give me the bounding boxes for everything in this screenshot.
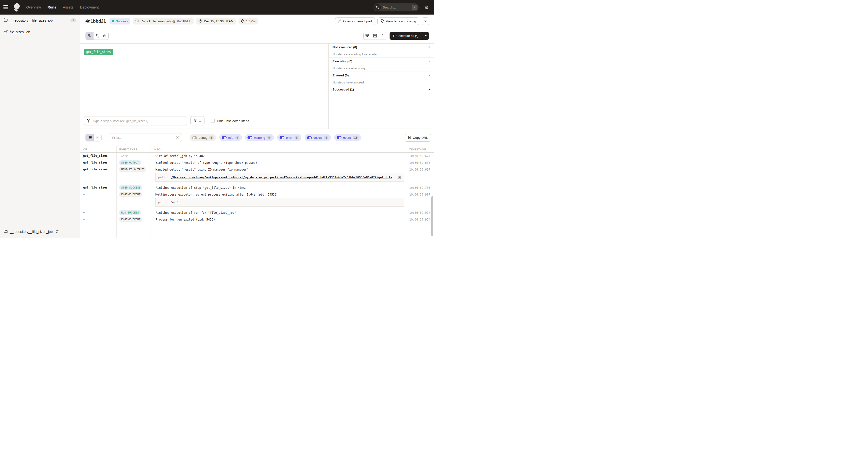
header-more-actions-button[interactable] [422,18,429,25]
nav-link-overview[interactable]: Overview [26,5,41,9]
view-tags-config-button[interactable]: View tags and config [377,18,419,25]
dagster-logo-icon [12,3,21,12]
run-count-badge: 1 [70,19,76,22]
search-icon [374,4,381,11]
log-row[interactable]: get_file_sizesSTEP_SUCCESSFinished execu… [80,184,434,191]
nav-link-runs[interactable]: Runs [48,5,56,9]
log-message: Finished execution of run for "file_size… [154,209,405,216]
log-table-body: get_file_sizesINFOSize of serial_job.py … [80,152,434,223]
log-column-header-op: OP [80,148,116,151]
copy-path-icon[interactable] [398,176,401,179]
toggle-on-icon [247,136,252,139]
step-status-empty-message: No steps are executing [329,65,434,72]
top-nav-links: OverviewRunsAssetsDeployment [26,5,99,9]
log-timestamp-cell: 10:36:59.907 [406,191,434,209]
log-level-toggle-error[interactable]: error0 [277,134,301,141]
open-in-launchpad-button[interactable]: Open in Launchpad [335,18,375,25]
log-info-cell: Process for run exited (pid: 5453). [151,216,406,223]
clipboard-icon [408,135,411,140]
sidebar-item-repository-file-sizes-job[interactable]: __repository__file_sizes_job1 [0,14,80,26]
step-status-empty-message: No steps are waiting to execute [329,51,434,58]
metadata-text: 5453 [171,201,178,204]
log-row[interactable]: get_file_sizesSTEP_OUTPUTYielded output … [80,159,434,166]
hamburger-menu-icon[interactable] [3,5,10,10]
log-structured-view-button[interactable] [93,134,101,141]
log-op-cell: - [80,216,116,223]
event-type-badge: INFO [119,154,128,158]
log-info-cell: Size of serial_job.py is 482 [151,152,406,159]
log-level-toggle-warning[interactable]: warning0 [245,134,274,141]
log-row[interactable]: get_file_sizesINFOSize of serial_job.py … [80,152,434,159]
log-info-cell: Multiprocess executor: parent process ex… [151,191,406,209]
gantt-timer-view-button[interactable] [101,32,108,39]
log-level-toggle-info[interactable]: info4 [219,134,242,141]
gantt-waterfall-view-button[interactable] [93,32,101,39]
log-list-view-button[interactable] [86,134,93,141]
gantt-flat-view-button[interactable] [86,32,93,39]
expand-panel-up-button[interactable] [379,32,386,39]
log-message: Process for run exited (pid: 5453). [154,216,405,223]
step-status-section-executing[interactable]: Executing (0) [329,58,434,65]
step-graph-icon [87,119,91,124]
step-status-section-not-executed[interactable]: Not executed (0) [329,44,434,51]
gear-icon[interactable]: ⚙ [425,5,429,10]
log-info-cell: Handled output "result" using IO manager… [151,166,406,184]
log-level-toggle-critical[interactable]: critical0 [305,134,331,141]
job-link[interactable]: file_sizes_job [152,20,170,23]
sidebar-job-list: __repository__file_sizes_job1file_sizes_… [0,14,80,38]
step-query-options-button[interactable] [190,116,205,126]
log-column-header-timestamp: TIMESTAMP [406,148,434,151]
log-timestamp-cell: 10:36:59.677 [406,152,434,159]
hide-unselected-label: Hide unselected steps [217,119,249,123]
commit-link[interactable]: 0a318dcb [177,20,191,23]
log-level-toggle-event[interactable]: event16 [334,134,361,141]
status-dot-icon [112,20,114,22]
log-row[interactable]: -ENGINE_EVENTMultiprocess executor: pare… [80,191,434,209]
log-level-count: 0 [324,136,329,139]
sidebar-repository-footer[interactable]: __repository__file_sizes_job [0,225,80,238]
global-search[interactable]: / [374,3,419,11]
log-level-toggle-debug[interactable]: debug1 [190,134,216,141]
gantt-step-bar[interactable]: get_file_sizes [84,49,113,55]
folder-icon [4,230,7,234]
caret-down-icon [425,35,427,36]
collapse-panel-down-button[interactable] [364,32,371,39]
split-panels-button[interactable] [371,32,379,39]
log-row[interactable]: -ENGINE_EVENTProcess for run exited (pid… [80,216,434,223]
clear-filter-icon[interactable] [176,136,180,140]
copy-url-button[interactable]: Copy URL [405,134,431,142]
step-status-section-succeeded[interactable]: Succeeded (1) [329,86,434,93]
toggle-on-icon [337,136,341,139]
toggle-off-icon [192,136,197,139]
log-level-label: critical [314,136,322,139]
log-op-cell: - [80,209,116,216]
sidebar-item-label: __repository__file_sizes_job [10,19,53,22]
hide-unselected-checkbox[interactable] [211,119,215,123]
log-row[interactable]: get_file_sizesHANDLED_OUTPUTHandled outp… [80,166,434,184]
step-status-section-errored[interactable]: Errored (0) [329,72,434,79]
reexecute-dropdown-button[interactable] [422,32,429,40]
sidebar-item-file-sizes-job[interactable]: file_sizes_job [0,26,80,38]
log-level-label: warning [254,136,265,139]
metadata-key: pid [156,198,168,206]
log-event-type-cell: ENGINE_EVENT [116,216,151,223]
step-subset-input[interactable] [84,116,187,126]
log-message: Handled output "result" using IO manager… [154,166,405,173]
step-status-empty-message: No steps have errored [329,79,434,86]
nav-link-deployment[interactable]: Deployment [80,5,99,9]
event-type-badge: RUN_SUCCESS [119,210,141,215]
refresh-icon[interactable] [55,230,59,233]
metadata-path-link[interactable]: /Users/erincochran/Desktop/asset_tutoria… [171,176,395,179]
log-filter-input[interactable] [109,133,182,142]
nav-link-assets[interactable]: Assets [63,5,73,9]
run-duration-tag: 1.675s [239,18,258,25]
log-level-label: info [228,136,234,139]
run-of-tag: Run of file_sizes_job @ 0a318dcb [133,18,193,25]
log-row[interactable]: -RUN_SUCCESSFinished execution of run fo… [80,209,434,216]
search-input[interactable] [383,6,407,9]
reexecute-all-button[interactable]: Re-execute all (*) [390,32,422,40]
log-info-cell: Finished execution of run for "file_size… [151,209,406,216]
log-scrollbar-thumb[interactable] [431,196,433,236]
step-status-section-title: Executing (0) [333,60,352,63]
step-status-section-title: Not executed (0) [333,45,357,49]
